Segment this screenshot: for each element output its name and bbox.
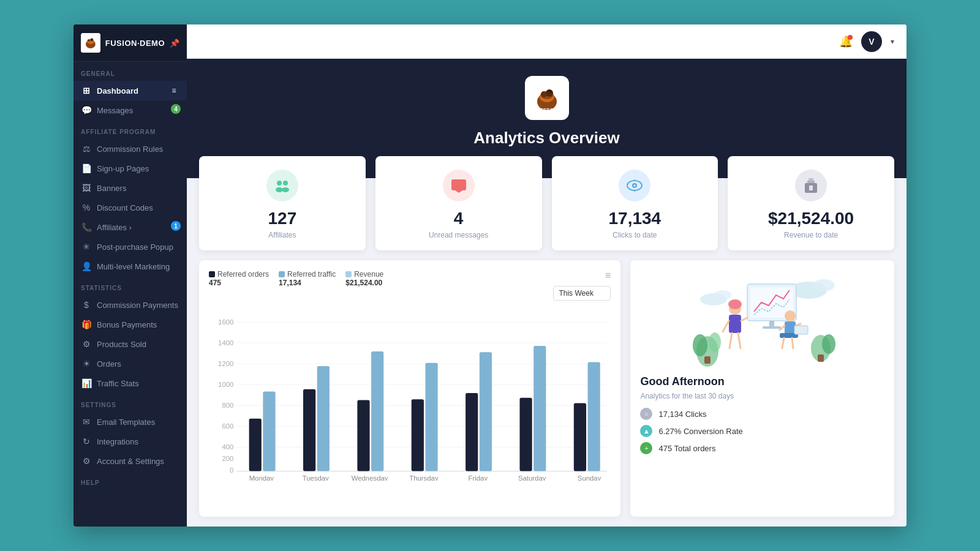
logo-image [81, 33, 100, 53]
svg-text:1200: 1200 [218, 360, 233, 367]
sidebar-item-mlm[interactable]: 👤 Multi-level Marketing [74, 257, 187, 276]
affiliates-stat-icon [266, 170, 298, 201]
svg-rect-44 [249, 419, 262, 471]
sidebar-label-commission-rules: Commission Rules [97, 144, 179, 154]
sidebar-item-discount-codes[interactable]: % Discount Codes [74, 198, 187, 217]
sidebar-item-products-sold[interactable]: ⚙ Products Sold [74, 334, 187, 354]
messages-icon: 💬 [81, 105, 92, 115]
notification-bell[interactable]: 🔔 [839, 35, 853, 48]
chart-header: Referred orders 475 Referred traffic 17,… [209, 270, 611, 301]
svg-rect-54 [519, 398, 532, 471]
svg-point-89 [693, 334, 707, 356]
svg-point-10 [541, 92, 553, 99]
sidebar-item-commission-payments[interactable]: $ Commission Payments [74, 295, 187, 315]
discount-codes-icon: % [81, 203, 92, 212]
svg-text:COFFEESHOP: COFFEESHOP [530, 107, 564, 113]
chart-section: Referred orders 475 Referred traffic 17,… [199, 260, 620, 517]
sidebar-item-dashboard[interactable]: ⊞ Dashboard ≡ [74, 81, 187, 100]
sidebar-item-email-templates[interactable]: ✉ Email Templates [74, 412, 187, 432]
user-avatar[interactable]: V [861, 31, 882, 52]
analytics-orders-label: 475 Total orders [658, 444, 715, 453]
sidebar-label-post-purchase: Post-purchase Popup [97, 242, 179, 252]
messages-stat-icon [443, 170, 475, 201]
svg-text:1600: 1600 [218, 318, 233, 326]
svg-line-85 [782, 338, 784, 348]
svg-line-76 [741, 318, 747, 321]
orders-dot: + [640, 442, 652, 454]
legend-dot-orders [209, 271, 215, 277]
stat-card-messages: 4 Unread messages [375, 156, 542, 250]
svg-text:1000: 1000 [218, 381, 233, 388]
products-sold-icon: ⚙ [81, 339, 92, 349]
svg-line-77 [729, 333, 732, 348]
svg-point-15 [282, 187, 289, 192]
hero-logo: COFFEESHOP [525, 76, 569, 120]
traffic-stats-icon: 📊 [81, 378, 92, 388]
sidebar: FUSION·DEMO 📌 General ⊞ Dashboard ≡ 💬 Me… [74, 24, 187, 527]
section-help: Help [74, 471, 187, 490]
sidebar-item-bonus-payments[interactable]: 🎁 Bonus Payments [74, 315, 187, 334]
legend-val-revenue: $21,524.00 [345, 279, 383, 287]
stat-card-affiliates: 127 Affiliates [199, 156, 366, 250]
sidebar-label-messages: Messages [97, 106, 179, 115]
stat-card-clicks: 17,134 Clicks to date [552, 156, 718, 250]
svg-text:800: 800 [222, 402, 233, 409]
sidebar-item-traffic-stats[interactable]: 📊 Traffic Stats [74, 373, 187, 393]
svg-point-79 [728, 299, 742, 309]
svg-rect-72 [763, 326, 781, 329]
sidebar-label-dashboard: Dashboard [97, 86, 164, 96]
svg-rect-49 [371, 351, 383, 471]
svg-rect-45 [263, 392, 275, 471]
svg-point-4 [90, 39, 93, 42]
sidebar-item-orders[interactable]: ☀ Orders [74, 354, 187, 373]
notification-dot [848, 35, 853, 40]
sidebar-item-messages[interactable]: 💬 Messages 4 [74, 100, 187, 120]
chart-controls: ≡ This Week Last Week This Month [553, 270, 611, 301]
svg-rect-53 [480, 352, 492, 471]
bar-chart-area: 1600 1400 1200 1000 800 600 400 200 0 [209, 310, 611, 507]
revenue-stat-icon [795, 170, 827, 201]
signup-pages-icon: 📄 [81, 163, 92, 173]
svg-rect-71 [769, 321, 774, 327]
sidebar-label-bonus-payments: Bonus Payments [97, 320, 179, 329]
sidebar-item-signup-pages[interactable]: 📄 Sign-up Pages [74, 159, 187, 178]
clicks-stat-value: 17,134 [609, 209, 662, 228]
sidebar-item-commission-rules[interactable]: ⚖ Commission Rules [74, 139, 187, 159]
section-settings: Settings [74, 393, 187, 412]
svg-point-90 [709, 332, 721, 352]
svg-point-3 [88, 39, 90, 42]
clicks-dot: ○ [640, 408, 652, 420]
bonus-payments-icon: 🎁 [81, 320, 92, 329]
svg-rect-55 [533, 346, 546, 471]
lower-area: Referred orders 475 Referred traffic 17,… [187, 250, 907, 527]
sidebar-item-post-purchase[interactable]: ✳ Post-purchase Popup [74, 237, 187, 257]
svg-text:200: 200 [222, 455, 233, 462]
page-title: Analytics Overview [473, 129, 619, 148]
period-select[interactable]: This Week Last Week This Month [553, 286, 611, 301]
analytics-clicks-label: 17,134 Clicks [658, 410, 706, 419]
pin-icon[interactable]: 📌 [170, 39, 179, 48]
sidebar-item-affiliates[interactable]: 📞 Affiliates › 1 [74, 217, 187, 237]
post-purchase-icon: ✳ [81, 242, 92, 252]
stat-cards: 127 Affiliates 4 Unread messages [187, 156, 907, 250]
svg-text:0: 0 [230, 467, 233, 474]
mlm-icon: 👤 [81, 261, 92, 271]
svg-line-75 [723, 321, 729, 332]
affiliates-stat-value: 127 [268, 209, 297, 228]
sidebar-item-banners[interactable]: 🖼 Banners [74, 178, 187, 198]
sidebar-item-integrations[interactable]: ↻ Integrations [74, 432, 187, 451]
email-templates-icon: ✉ [81, 417, 92, 427]
dashboard-icon: ⊞ [81, 86, 92, 96]
illustration [640, 270, 884, 368]
chart-menu-icon[interactable]: ≡ [605, 270, 611, 281]
greeting-text: Good Afternoon [640, 375, 884, 388]
affiliates-stat-label: Affiliates [268, 231, 296, 239]
messages-stat-label: Unread messages [429, 231, 488, 239]
section-general: General [74, 62, 187, 81]
legend-label-revenue: Revenue [354, 270, 383, 279]
avatar-chevron-icon[interactable]: ▾ [891, 37, 894, 46]
sidebar-label-banners: Banners [97, 184, 179, 193]
revenue-stat-value: $21,524.00 [768, 209, 854, 228]
svg-rect-24 [807, 181, 815, 183]
sidebar-item-account-settings[interactable]: ⚙ Account & Settings [74, 451, 187, 471]
